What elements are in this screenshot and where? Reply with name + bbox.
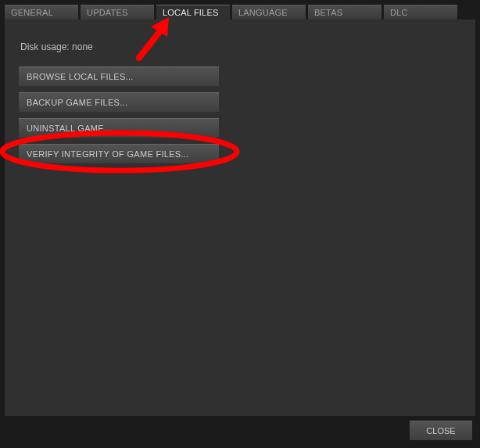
tab-betas[interactable]: BETAS xyxy=(308,5,381,20)
disk-usage-label: Disk usage: none xyxy=(20,41,461,52)
uninstall-game-button[interactable]: UNINSTALL GAME... xyxy=(19,118,219,138)
tab-updates[interactable]: UPDATES xyxy=(81,5,154,20)
close-button[interactable]: CLOSE xyxy=(410,421,472,440)
tab-dlc[interactable]: DLC xyxy=(384,5,457,20)
verify-integrity-button[interactable]: VERIFY INTEGRITY OF GAME FILES... xyxy=(19,144,219,163)
tab-general[interactable]: GENERAL xyxy=(5,5,78,20)
tab-bar: GENERAL UPDATES LOCAL FILES LANGUAGE BET… xyxy=(0,0,480,20)
properties-window: GENERAL UPDATES LOCAL FILES LANGUAGE BET… xyxy=(0,0,480,448)
local-files-button-list: BROWSE LOCAL FILES... BACKUP GAME FILES.… xyxy=(19,66,461,163)
tab-language[interactable]: LANGUAGE xyxy=(232,5,306,20)
tab-content-local-files: Disk usage: none BROWSE LOCAL FILES... B… xyxy=(5,20,475,416)
browse-local-files-button[interactable]: BROWSE LOCAL FILES... xyxy=(19,66,219,86)
backup-game-files-button[interactable]: BACKUP GAME FILES... xyxy=(19,92,219,112)
tab-local-files[interactable]: LOCAL FILES xyxy=(156,5,230,20)
dialog-footer: CLOSE xyxy=(410,421,472,440)
